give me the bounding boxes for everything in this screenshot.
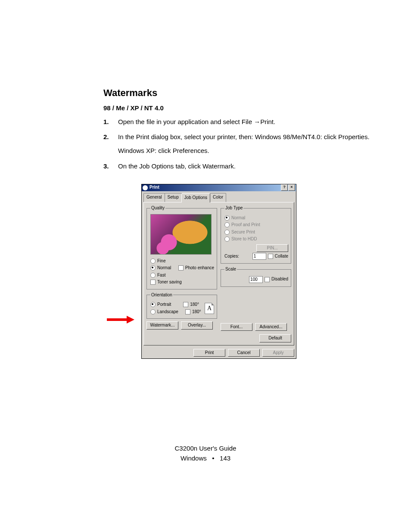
advanced-button[interactable]: Advanced...	[255, 323, 287, 331]
steps-list: 1. Open the file in your application and…	[103, 117, 372, 175]
check-toner-saving[interactable]	[150, 280, 156, 285]
jobtype-legend: Job Type	[224, 205, 243, 212]
label-jt-proof: Proof and Print	[231, 222, 260, 228]
jobtype-group: Job Type Normal Proof and Print Secure P…	[221, 205, 291, 264]
label-portrait: Portrait	[157, 302, 171, 308]
orientation-preview-icon: A	[205, 303, 214, 314]
watermark-button[interactable]: Watermark...	[146, 321, 178, 330]
red-arrow-icon	[107, 316, 136, 324]
scale-legend: Scale	[224, 266, 237, 273]
check-180a[interactable]	[183, 302, 188, 307]
page-subheading: 98 / Me / XP / NT 4.0	[103, 103, 372, 113]
cancel-button[interactable]: Cancel	[228, 349, 260, 357]
pin-button[interactable]: PIN...	[256, 244, 288, 252]
label-jt-store: Store to HDD	[231, 236, 257, 243]
close-button[interactable]: ×	[288, 184, 295, 191]
radio-portrait[interactable]	[150, 302, 156, 307]
scale-group: Scale 100 Disabled	[221, 266, 291, 287]
radio-fast[interactable]	[150, 273, 156, 278]
radio-jt-proof[interactable]	[224, 222, 230, 227]
page-footer: C3200n User's Guide Windows • 143	[0, 444, 411, 463]
apply-button[interactable]: Apply	[262, 349, 294, 357]
tab-color[interactable]: Color	[210, 193, 226, 202]
label-landscape: Landscape	[157, 309, 178, 315]
label-collate: Collate	[275, 253, 288, 260]
overlay-button[interactable]: Overlay...	[181, 321, 213, 330]
label-180b: 180°	[192, 309, 201, 315]
label-jt-normal: Normal	[231, 215, 245, 221]
dialog-title: Print	[149, 184, 159, 191]
step-number: 3.	[103, 162, 118, 175]
font-button[interactable]: Font...	[221, 323, 252, 331]
help-button[interactable]: ?	[281, 184, 288, 191]
step-1: 1. Open the file in your application and…	[103, 117, 372, 131]
radio-fine[interactable]	[150, 258, 156, 264]
step-number: 2.	[103, 132, 118, 160]
copies-input[interactable]: 1	[252, 253, 266, 260]
radio-normal[interactable]	[150, 265, 156, 271]
step-3: 3. On the Job Options tab, click Waterma…	[103, 162, 372, 175]
default-button[interactable]: Default	[259, 334, 291, 342]
label-scale-disabled: Disabled	[271, 276, 288, 283]
titlebar: Print ? ×	[142, 184, 296, 191]
tab-setup[interactable]: Setup	[165, 193, 182, 202]
copies-label: Copies:	[224, 253, 239, 260]
check-photo-enhance[interactable]	[178, 265, 184, 271]
label-fast: Fast	[157, 272, 165, 279]
label-toner-saving: Toner saving	[157, 279, 182, 286]
footer-bullet: •	[212, 454, 214, 462]
footer-section: Windows	[181, 454, 207, 462]
check-180b[interactable]	[185, 309, 190, 314]
step-text: Open the file in your application and se…	[118, 117, 275, 127]
step-text: On the Job Options tab, click Watermark.	[118, 162, 236, 171]
step-text: Windows XP: click Preferences.	[118, 146, 370, 156]
label-jt-secure: Secure Print	[231, 229, 255, 236]
radio-jt-secure[interactable]	[224, 230, 230, 235]
step-2: 2. In the Print dialog box, select your …	[103, 132, 372, 160]
check-collate[interactable]	[268, 254, 273, 259]
label-normal: Normal	[157, 265, 171, 271]
tab-job-options[interactable]: Job Options	[181, 193, 210, 203]
orientation-group: Orientation Portrait 180° Landscape	[146, 292, 217, 319]
page-heading: Watermarks	[103, 86, 372, 100]
step-number: 1.	[103, 117, 118, 131]
print-button[interactable]: Print	[193, 349, 225, 357]
quality-preview-image	[150, 214, 212, 255]
check-scale-disabled[interactable]	[265, 277, 270, 282]
label-180a: 180°	[190, 302, 199, 308]
step-text: In the Print dialog box, select your pri…	[118, 132, 370, 142]
print-dialog: Print ? × General Setup Job Options Colo…	[141, 184, 296, 359]
radio-landscape[interactable]	[150, 309, 156, 314]
radio-jt-normal[interactable]	[224, 215, 230, 221]
radio-jt-store[interactable]	[224, 236, 230, 242]
orientation-legend: Orientation	[150, 292, 173, 299]
quality-legend: Quality	[150, 205, 165, 212]
footer-line1: C3200n User's Guide	[0, 444, 411, 454]
tab-general[interactable]: General	[143, 193, 165, 202]
quality-group: Quality Fine Normal Photo enhance Fast T…	[146, 205, 217, 289]
footer-page-number: 143	[220, 454, 230, 462]
scale-input[interactable]: 100	[249, 276, 263, 283]
tab-strip: General Setup Job Options Color	[142, 191, 296, 202]
label-photo-enhance: Photo enhance	[185, 265, 214, 271]
label-fine: Fine	[157, 258, 165, 264]
app-icon	[143, 185, 148, 190]
